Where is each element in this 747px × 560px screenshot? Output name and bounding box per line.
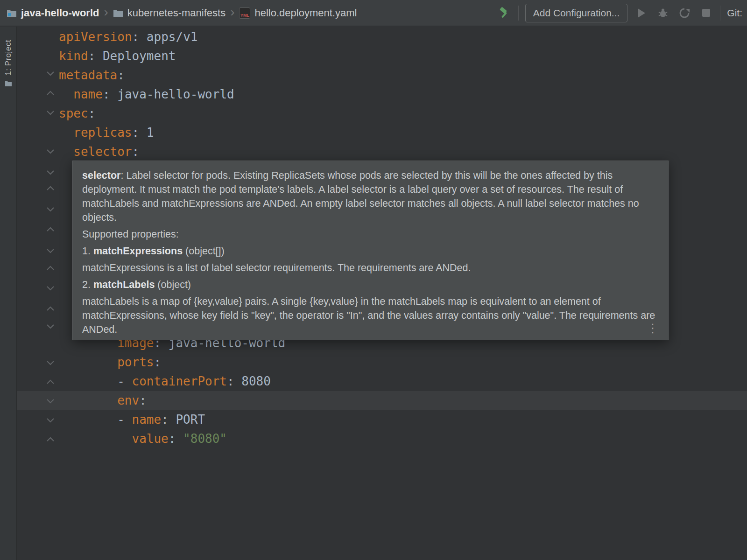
code-line[interactable]: selector: [17, 142, 747, 161]
fold-collapse-icon[interactable] [46, 169, 55, 176]
fold-collapse-icon[interactable] [46, 285, 55, 292]
fold-expand-icon[interactable] [46, 378, 55, 386]
run-icon[interactable] [634, 6, 649, 21]
fold-expand-icon[interactable] [46, 185, 55, 192]
fold-collapse-icon[interactable] [46, 148, 55, 155]
build-hammer-icon[interactable] [497, 6, 512, 21]
doc-paragraph: 1. matchExpressions (object[]) [82, 244, 657, 258]
code-line[interactable]: metadata: [17, 66, 747, 85]
breadcrumb-separator-icon: › [230, 5, 234, 20]
documentation-popup-body: selector: Label selector for pods. Exist… [82, 168, 657, 336]
breadcrumb-project[interactable]: java-hello-world [7, 7, 99, 19]
project-folder-icon [7, 9, 17, 17]
breadcrumb-project-label: java-hello-world [21, 7, 99, 19]
code-line[interactable]: kind: Deployment [17, 47, 747, 66]
add-configuration-button[interactable]: Add Configuration... [525, 4, 628, 22]
fold-expand-icon[interactable] [46, 265, 55, 272]
doc-paragraph: Supported properties: [82, 227, 657, 241]
fold-collapse-icon[interactable] [46, 70, 55, 77]
fold-expand-icon[interactable] [46, 90, 55, 97]
doc-paragraph: matchExpressions is a list of label sele… [82, 261, 657, 275]
fold-collapse-icon[interactable] [46, 109, 55, 117]
code-line[interactable]: - containerPort: 8080 [17, 372, 747, 391]
breadcrumb-file[interactable]: YML hello.deployment.yaml [239, 7, 357, 19]
fold-collapse-icon[interactable] [46, 398, 55, 405]
project-tool-window-button[interactable]: 1: Project [0, 40, 17, 124]
fold-collapse-icon[interactable] [46, 323, 55, 330]
code-line[interactable]: spec: [17, 104, 747, 123]
fold-expand-icon[interactable] [46, 226, 55, 233]
code-line[interactable]: value: "8080" [17, 429, 747, 448]
fold-expand-icon[interactable] [46, 305, 55, 313]
yaml-file-icon: YML [239, 7, 250, 19]
breadcrumb-file-label: hello.deployment.yaml [254, 7, 357, 19]
fold-collapse-icon[interactable] [46, 417, 55, 424]
code-line[interactable]: apiVersion: apps/v1 [17, 28, 747, 47]
debug-icon[interactable] [655, 6, 670, 21]
fold-collapse-icon[interactable] [46, 247, 55, 255]
stop-icon[interactable] [698, 6, 713, 21]
doc-paragraph: 2. matchLabels (object) [82, 278, 657, 292]
run-toolbar: Add Configuration... Git: [497, 4, 747, 22]
folder-icon [113, 9, 123, 17]
profiler-icon[interactable] [677, 6, 692, 21]
documentation-popup: selector: Label selector for pods. Exist… [72, 161, 669, 340]
code-line[interactable]: env: [17, 391, 747, 410]
navigation-bar: java-hello-world › kubernetes-manifests … [0, 0, 747, 26]
popup-more-options-icon[interactable]: ⋮ [647, 322, 659, 334]
git-branch-label[interactable]: Git: [727, 7, 742, 19]
code-line[interactable]: name: java-hello-world [17, 85, 747, 104]
breadcrumb-folder[interactable]: kubernetes-manifests [113, 7, 226, 19]
doc-paragraph: matchLabels is a map of {key,value} pair… [82, 294, 657, 336]
doc-paragraph: selector: Label selector for pods. Exist… [82, 168, 657, 224]
breadcrumb-folder-label: kubernetes-manifests [127, 7, 226, 19]
tool-window-stripe: 1: Project [0, 27, 17, 560]
breadcrumb-separator-icon: › [104, 5, 108, 20]
project-tool-window-label: 1: Project [4, 40, 13, 76]
yaml-badge: YML [240, 13, 249, 18]
toolbar-divider [518, 6, 519, 21]
project-tool-window-icon [5, 80, 12, 87]
fold-collapse-icon[interactable] [46, 359, 55, 367]
code-line[interactable]: ports: [17, 353, 747, 372]
code-line[interactable]: - name: PORT [17, 410, 747, 429]
toolbar-divider [720, 6, 720, 21]
code-line[interactable]: replicas: 1 [17, 123, 747, 142]
fold-collapse-icon[interactable] [46, 206, 55, 213]
fold-expand-icon[interactable] [46, 436, 55, 443]
